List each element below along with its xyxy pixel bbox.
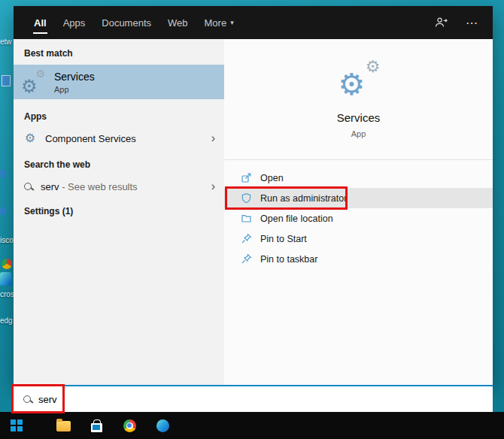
gear-icon: ⚙ xyxy=(339,69,366,99)
search-input[interactable] xyxy=(38,394,264,405)
tab-more-label: More xyxy=(205,17,227,29)
tab-apps-label: Apps xyxy=(63,17,86,29)
best-match-header: Best match xyxy=(14,39,224,65)
taskbar-edge[interactable] xyxy=(146,412,179,439)
preview-header: ⚙ ⚙ Services App xyxy=(224,39,493,138)
tab-web-label: Web xyxy=(168,17,188,29)
best-match-title: Services xyxy=(54,71,95,83)
taskbar-search-bar[interactable] xyxy=(14,385,493,412)
file-explorer-icon xyxy=(56,421,71,431)
search-flyout: All Apps Documents Web More ▾ ⋯ Best mat… xyxy=(14,6,493,385)
preview-subtitle: App xyxy=(224,129,493,138)
settings-section-header[interactable]: Settings (1) xyxy=(14,206,224,216)
web-search-suffix: - See web results xyxy=(59,181,138,192)
pin-icon xyxy=(241,253,252,265)
taskbar-store[interactable] xyxy=(80,412,113,439)
store-icon xyxy=(91,423,102,432)
action-open-file-location[interactable]: Open file location xyxy=(224,208,493,229)
start-button[interactable] xyxy=(0,412,33,439)
action-label: Open file location xyxy=(260,213,333,224)
desktop-icon-fragment[interactable] xyxy=(0,207,6,215)
desktop-icon-fragment[interactable] xyxy=(0,170,6,177)
tab-apps[interactable]: Apps xyxy=(55,6,94,39)
windows-logo-icon xyxy=(11,419,23,431)
best-match-text: Services App xyxy=(54,71,95,94)
web-search-query: serv xyxy=(41,181,59,192)
search-icon xyxy=(24,183,32,190)
action-list: Open Run as administrator Open file loca… xyxy=(224,160,493,269)
best-match-subtitle: App xyxy=(54,85,95,94)
admin-shield-icon xyxy=(241,192,252,204)
web-section-header: Search the web xyxy=(14,159,224,170)
tab-documents[interactable]: Documents xyxy=(93,6,159,39)
best-match-item[interactable]: ⚙ ⚙ Services App xyxy=(14,65,224,99)
search-icon xyxy=(23,395,31,403)
desktop-chrome-icon[interactable] xyxy=(2,259,12,269)
tab-all[interactable]: All xyxy=(26,6,55,39)
desktop-document-icon[interactable] xyxy=(2,75,11,86)
taskbar-file-explorer[interactable] xyxy=(47,412,80,439)
header-actions: ⋯ xyxy=(435,6,493,39)
chevron-right-icon[interactable]: › xyxy=(211,180,215,192)
tab-all-label: All xyxy=(34,17,47,29)
action-pin-to-taskbar[interactable]: Pin to taskbar xyxy=(224,249,493,269)
action-pin-to-start[interactable]: Pin to Start xyxy=(224,229,493,249)
filter-tabs: All Apps Documents Web More ▾ xyxy=(14,6,242,39)
tab-web[interactable]: Web xyxy=(159,6,196,39)
desktop-icon-label[interactable]: isco xyxy=(0,236,14,244)
chevron-down-icon: ▾ xyxy=(230,19,234,26)
open-icon xyxy=(241,172,252,183)
tab-more[interactable]: More ▾ xyxy=(196,6,242,39)
taskbar-chrome[interactable] xyxy=(113,412,146,439)
pin-icon xyxy=(241,233,252,244)
folder-icon xyxy=(241,213,252,224)
apps-section-header: Apps xyxy=(14,111,224,122)
action-label: Pin to taskbar xyxy=(260,254,317,265)
desktop-icon-label[interactable]: etw xyxy=(0,38,12,46)
search-filter-bar: All Apps Documents Web More ▾ ⋯ xyxy=(14,6,493,39)
desktop-icon-label[interactable]: cros xyxy=(0,290,14,298)
component-services-icon: ⚙ xyxy=(24,132,36,144)
desktop-edge-icon[interactable] xyxy=(0,272,11,286)
search-results: Best match ⚙ ⚙ Services App Apps ⚙ Compo… xyxy=(14,39,493,385)
list-item-component-services[interactable]: ⚙ Component Services › xyxy=(14,126,224,150)
action-label: Open xyxy=(260,173,284,183)
sign-in-icon[interactable] xyxy=(435,17,448,29)
action-run-as-administrator[interactable]: Run as administrator xyxy=(224,188,493,208)
tab-documents-label: Documents xyxy=(102,17,151,29)
desktop-icon-label[interactable]: edg xyxy=(0,316,13,325)
more-options-icon[interactable]: ⋯ xyxy=(466,16,478,30)
services-gear-icon: ⚙ ⚙ xyxy=(23,70,45,94)
chevron-right-icon[interactable]: › xyxy=(211,132,215,144)
action-label: Pin to Start xyxy=(260,234,307,244)
gear-icon: ⚙ xyxy=(366,59,381,75)
preview-title: Services xyxy=(224,111,493,124)
list-item-web-search[interactable]: serv - See web results › xyxy=(14,174,224,198)
gear-icon: ⚙ xyxy=(21,77,38,95)
chrome-icon xyxy=(123,419,136,432)
action-label: Run as administrator xyxy=(260,193,347,204)
edge-icon xyxy=(156,419,169,432)
action-open[interactable]: Open xyxy=(224,168,493,188)
preview-pane: ⚙ ⚙ Services App Open Run xyxy=(224,39,493,385)
taskbar xyxy=(0,412,504,439)
web-search-text: serv - See web results xyxy=(41,181,138,192)
services-app-icon: ⚙ ⚙ xyxy=(334,59,384,99)
results-list: Best match ⚙ ⚙ Services App Apps ⚙ Compo… xyxy=(14,39,224,385)
gear-icon: ⚙ xyxy=(35,68,45,79)
list-item-label: Component Services xyxy=(45,133,136,144)
